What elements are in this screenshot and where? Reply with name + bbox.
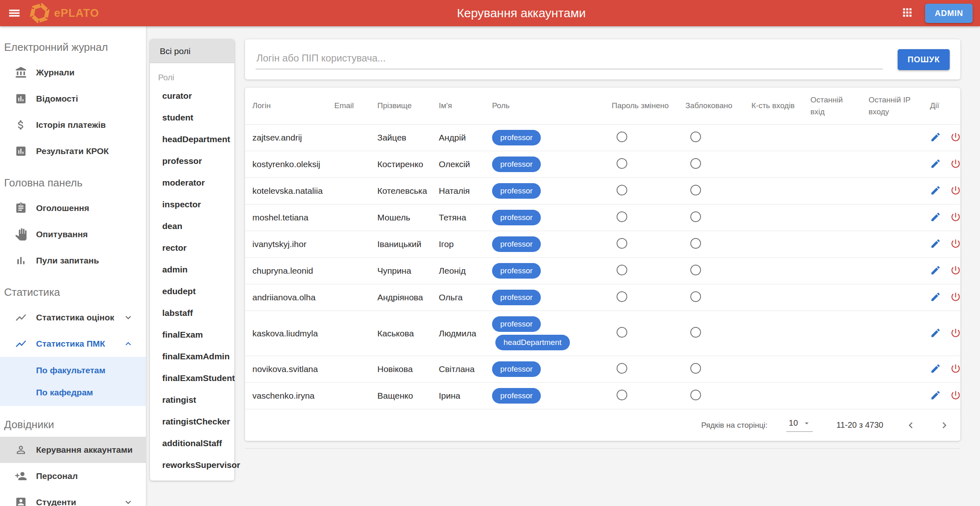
edit-button[interactable]	[930, 291, 941, 304]
search-input[interactable]	[256, 50, 883, 69]
sidebar-item-puly-zapytan[interactable]: Пули запитань	[0, 247, 146, 274]
edit-button[interactable]	[930, 390, 941, 402]
power-off-button[interactable]	[950, 265, 961, 277]
menu-button[interactable]	[7, 6, 21, 20]
chevron-down-icon	[123, 312, 134, 323]
sidebar-item-studenty[interactable]: Студенти	[0, 489, 146, 506]
blocked-cell	[678, 258, 744, 284]
password-changed-radio[interactable]	[617, 185, 627, 195]
sidebar-item-personal[interactable]: Персонал	[0, 463, 146, 489]
role-filter-professor[interactable]: professor	[150, 150, 234, 172]
sidebar-item-istoria-platezhiv[interactable]: Історія платежів	[0, 112, 146, 138]
app-logo[interactable]: ePLATO	[29, 3, 99, 23]
password-changed-radio[interactable]	[617, 238, 627, 249]
role-filter-moderator[interactable]: moderator	[150, 172, 234, 193]
power-icon	[950, 327, 961, 338]
role-filter-admin[interactable]: admin	[150, 259, 234, 280]
role-filter-curator[interactable]: curator	[150, 85, 234, 107]
sidebar-item-statystyka-pmk[interactable]: Статистика ПМК	[0, 331, 146, 357]
column-header-blocked: Заблоковано	[678, 88, 744, 125]
last-login-cell	[803, 383, 861, 409]
email-cell	[327, 231, 370, 258]
edit-button[interactable]	[930, 158, 941, 170]
blocked-radio[interactable]	[690, 132, 701, 142]
role-filter-student[interactable]: student	[150, 107, 234, 128]
edit-button[interactable]	[930, 185, 941, 197]
password-changed-radio[interactable]	[617, 132, 627, 142]
section-heading-holovna-panel: Головна панель	[0, 164, 146, 195]
edit-button[interactable]	[930, 132, 941, 144]
blocked-radio[interactable]	[690, 363, 701, 374]
blocked-radio[interactable]	[690, 158, 701, 169]
power-off-button[interactable]	[950, 291, 961, 304]
sidebar-item-oholoshennia[interactable]: Оголошення	[0, 195, 146, 221]
edit-button[interactable]	[930, 363, 941, 375]
power-off-button[interactable]	[950, 132, 961, 144]
next-page-button[interactable]	[938, 419, 951, 431]
blocked-radio[interactable]	[690, 390, 701, 400]
roles-filter-all[interactable]: Всі ролі	[150, 39, 234, 63]
blocked-radio[interactable]	[690, 238, 701, 249]
power-off-button[interactable]	[950, 238, 961, 250]
power-off-button[interactable]	[950, 327, 961, 340]
password-changed-radio[interactable]	[617, 211, 627, 222]
password-changed-radio[interactable]	[617, 327, 627, 338]
power-off-button[interactable]	[950, 390, 961, 402]
power-off-button[interactable]	[950, 185, 961, 197]
edit-pencil-icon	[930, 390, 941, 401]
apps-grid-button[interactable]	[901, 6, 914, 20]
roles-list: curatorstudentheadDepartmentprofessormod…	[150, 85, 234, 476]
blocked-radio[interactable]	[690, 265, 701, 275]
role-filter-finalExamStudent[interactable]: finalExamStudent	[150, 367, 234, 389]
edit-button[interactable]	[930, 211, 941, 224]
edit-button[interactable]	[930, 327, 941, 340]
submenu-item-po-kafedram[interactable]: По кафедрам	[0, 381, 146, 404]
account-row: zajtsev.andrijЗайцевАндрійprofessor	[245, 125, 962, 151]
role-filter-dean[interactable]: dean	[150, 215, 234, 237]
password-changed-radio[interactable]	[617, 291, 627, 302]
power-off-button[interactable]	[950, 363, 961, 375]
surname-cell: Чуприна	[370, 258, 431, 284]
power-off-button[interactable]	[950, 211, 961, 224]
admin-button[interactable]: ADMIN	[925, 4, 973, 23]
blocked-radio[interactable]	[690, 291, 701, 302]
password-changed-radio[interactable]	[617, 158, 627, 169]
role-filter-finalExam[interactable]: finalExam	[150, 324, 234, 345]
search-button[interactable]: ПОШУК	[898, 49, 950, 70]
role-filter-additionalStaff[interactable]: additionalStaff	[150, 432, 234, 454]
person-icon	[15, 444, 27, 456]
role-filter-rector[interactable]: rector	[150, 237, 234, 259]
prev-page-button[interactable]	[905, 419, 917, 431]
password-changed-radio[interactable]	[617, 363, 627, 374]
password-changed-radio[interactable]	[617, 265, 627, 275]
role-filter-headDepartment[interactable]: headDepartment	[150, 128, 234, 150]
sidebar-item-vidomosti[interactable]: Відомості	[0, 86, 146, 112]
role-filter-finalExamAdmin[interactable]: finalExamAdmin	[150, 345, 234, 367]
rows-per-page-value: 10	[789, 418, 798, 428]
sidebar-item-statystyka-otsinok[interactable]: Статистика оцінок	[0, 304, 146, 331]
sidebar-item-keruvannia-akkauntamy[interactable]: Керування аккаунтами	[0, 437, 146, 463]
logins-count-cell	[744, 284, 803, 311]
surname-cell: Ващенко	[370, 383, 431, 409]
blocked-radio[interactable]	[690, 185, 701, 195]
edit-button[interactable]	[930, 238, 941, 250]
power-off-button[interactable]	[950, 158, 961, 170]
name-cell: Тетяна	[431, 204, 485, 231]
role-filter-inspector[interactable]: inspector	[150, 193, 234, 215]
role-filter-ratingistChecker[interactable]: ratingistChecker	[150, 411, 234, 432]
edit-button[interactable]	[930, 265, 941, 277]
sidebar-item-rezultaty-krok[interactable]: Результати КРОК	[0, 138, 146, 164]
password-changed-radio[interactable]	[617, 390, 627, 400]
role-filter-labstaff[interactable]: labstaff	[150, 302, 234, 324]
blocked-radio[interactable]	[690, 327, 701, 338]
submenu-item-po-fakultetam[interactable]: По факультетам	[0, 359, 146, 381]
sidebar-item-opytuvannia[interactable]: Опитування	[0, 221, 146, 247]
role-filter-reworksSupervisor[interactable]: reworksSupervisor	[150, 454, 234, 476]
edit-pencil-icon	[930, 363, 941, 374]
sidebar-item-zhurnaly[interactable]: Журнали	[0, 59, 146, 86]
column-header-logins_count: К-сть входів	[744, 88, 803, 125]
role-filter-edudept[interactable]: edudept	[150, 280, 234, 302]
rows-per-page-select[interactable]: 10	[786, 418, 812, 432]
role-filter-ratingist[interactable]: ratingist	[150, 389, 234, 411]
blocked-radio[interactable]	[690, 211, 701, 222]
